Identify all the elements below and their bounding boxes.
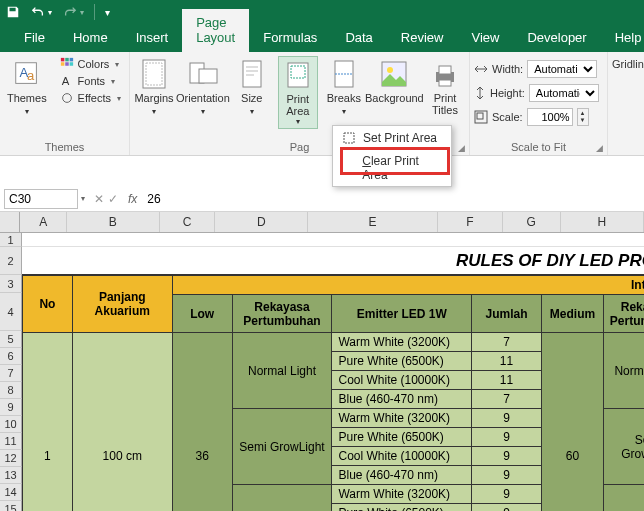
select-all-corner[interactable]: [0, 212, 20, 232]
print-titles-button[interactable]: Print Titles: [425, 56, 465, 118]
svg-rect-16: [243, 61, 261, 87]
cell-emitter[interactable]: Cool White (10000K): [332, 447, 472, 466]
enter-formula-icon[interactable]: ✓: [108, 192, 118, 206]
tab-developer[interactable]: Developer: [513, 24, 600, 52]
page-setup-launcher-icon[interactable]: ◢: [458, 143, 465, 153]
background-button[interactable]: Background: [370, 56, 419, 106]
cell-jumlah[interactable]: 9: [472, 409, 542, 428]
margins-button[interactable]: Margins▾: [134, 56, 174, 119]
orientation-button[interactable]: Orientation▾: [180, 56, 226, 119]
cell-emitter[interactable]: Cool White (10000K): [332, 371, 472, 390]
tab-data[interactable]: Data: [331, 24, 386, 52]
tab-review[interactable]: Review: [387, 24, 458, 52]
cell-emitter[interactable]: Pure White (6500K): [332, 504, 472, 512]
cell-jumlah[interactable]: 7: [472, 333, 542, 352]
cell-jumlah[interactable]: 9: [472, 466, 542, 485]
clear-print-area-item[interactable]: Clear Print Area: [333, 150, 451, 186]
row-header[interactable]: 9: [0, 399, 22, 416]
cell-jumlah[interactable]: 9: [472, 485, 542, 504]
tab-file[interactable]: File: [10, 24, 59, 52]
tab-page-layout[interactable]: Page Layout: [182, 9, 249, 52]
cell-jumlah[interactable]: 9: [472, 428, 542, 447]
row-header[interactable]: 8: [0, 382, 22, 399]
row-header[interactable]: 13: [0, 467, 22, 484]
cell-light-type[interactable]: Full GrowLight: [232, 485, 332, 512]
cell-light-type-2[interactable]: Semi GrowLight: [603, 409, 644, 485]
col-header-d[interactable]: D: [215, 212, 308, 232]
row-header[interactable]: 2: [0, 247, 22, 275]
redo-icon[interactable]: ▾: [62, 5, 84, 19]
print-area-label: Print Area: [286, 93, 309, 117]
tab-help[interactable]: Help: [601, 24, 644, 52]
row-header[interactable]: 4: [0, 293, 22, 331]
col-header-h[interactable]: H: [561, 212, 644, 232]
row-header[interactable]: 3: [0, 275, 22, 293]
scale-input[interactable]: [527, 108, 573, 126]
breaks-button[interactable]: Breaks▾: [324, 56, 364, 119]
col-header-f[interactable]: F: [438, 212, 503, 232]
row-header[interactable]: 14: [0, 484, 22, 501]
tab-home[interactable]: Home: [59, 24, 122, 52]
col-header-a[interactable]: A: [20, 212, 66, 232]
cell-emitter[interactable]: Pure White (6500K): [332, 352, 472, 371]
cell-low[interactable]: 36: [172, 333, 232, 512]
scale-to-fit-launcher-icon[interactable]: ◢: [596, 143, 603, 153]
themes-button[interactable]: Aa Themes▾: [4, 56, 50, 119]
cell-light-type[interactable]: Semi GrowLight: [232, 409, 332, 485]
name-box-dropdown-icon[interactable]: ▾: [78, 194, 88, 203]
formula-input[interactable]: [141, 190, 644, 208]
tab-insert[interactable]: Insert: [122, 24, 183, 52]
cell-jumlah[interactable]: 9: [472, 447, 542, 466]
width-select[interactable]: Automatic: [527, 60, 597, 78]
themes-icon: Aa: [11, 58, 43, 90]
col-header-b[interactable]: B: [67, 212, 160, 232]
undo-icon[interactable]: ▾: [30, 5, 52, 19]
col-header-c[interactable]: C: [160, 212, 216, 232]
print-area-dropdown: Set Print Area Clear Print Area: [332, 125, 452, 187]
fonts-button[interactable]: A Fonts▾: [56, 73, 125, 89]
row-header[interactable]: 7: [0, 365, 22, 382]
ribbon-tabs: File Home Insert Page Layout Formulas Da…: [0, 24, 644, 52]
tab-formulas[interactable]: Formulas: [249, 24, 331, 52]
set-print-area-icon: [341, 130, 357, 146]
tab-view[interactable]: View: [457, 24, 513, 52]
cell-light-type[interactable]: Normal Light: [232, 333, 332, 409]
effects-button[interactable]: Effects▾: [56, 90, 125, 106]
row-header[interactable]: 11: [0, 433, 22, 450]
save-icon[interactable]: [6, 5, 20, 19]
name-box[interactable]: [4, 189, 78, 209]
fx-icon[interactable]: fx: [124, 192, 141, 206]
cell-no[interactable]: 1: [23, 333, 73, 512]
set-print-area-item[interactable]: Set Print Area: [333, 126, 451, 150]
colors-button[interactable]: Colors▾: [56, 56, 125, 72]
size-button[interactable]: Size▾: [232, 56, 272, 119]
cell-emitter[interactable]: Warm White (3200K): [332, 409, 472, 428]
row-header[interactable]: 1: [0, 233, 22, 247]
col-header-g[interactable]: G: [503, 212, 561, 232]
cancel-formula-icon[interactable]: ✕: [94, 192, 104, 206]
height-select[interactable]: Automatic: [529, 84, 599, 102]
scale-spinner[interactable]: ▲▼: [577, 108, 589, 126]
cell-emitter[interactable]: Warm White (3200K): [332, 333, 472, 352]
cell-jumlah[interactable]: 11: [472, 352, 542, 371]
cell-emitter[interactable]: Pure White (6500K): [332, 428, 472, 447]
cell-medium[interactable]: 60: [542, 333, 604, 512]
row-header[interactable]: 5: [0, 331, 22, 348]
row-header[interactable]: 12: [0, 450, 22, 467]
cell-light-type-2[interactable]: Full GrowLight: [603, 485, 644, 512]
cell-jumlah[interactable]: 11: [472, 371, 542, 390]
print-area-button[interactable]: Print Area ▾: [278, 56, 318, 129]
cell-emitter[interactable]: Blue (460-470 nm): [332, 390, 472, 409]
col-header-e[interactable]: E: [308, 212, 438, 232]
cell-light-type-2[interactable]: Normal Light: [603, 333, 644, 409]
cell-jumlah[interactable]: 9: [472, 504, 542, 512]
row-header[interactable]: 15: [0, 501, 22, 511]
cell-panjang[interactable]: 100 cm: [72, 333, 172, 512]
cell-jumlah[interactable]: 7: [472, 390, 542, 409]
cell-emitter[interactable]: Warm White (3200K): [332, 485, 472, 504]
row-header[interactable]: 10: [0, 416, 22, 433]
colors-label: Colors: [78, 58, 110, 70]
row-header[interactable]: 6: [0, 348, 22, 365]
qat-customize-icon[interactable]: ▾: [105, 7, 110, 18]
cell-emitter[interactable]: Blue (460-470 nm): [332, 466, 472, 485]
